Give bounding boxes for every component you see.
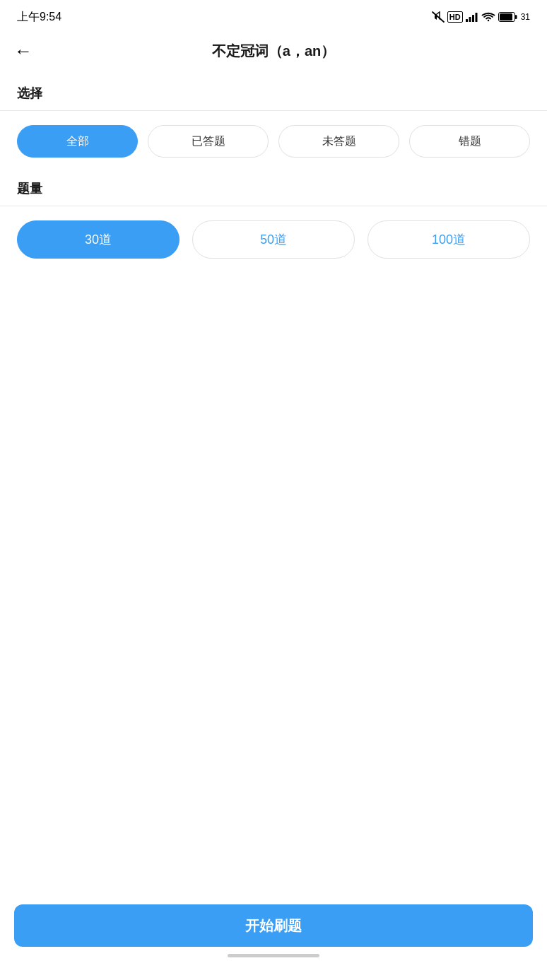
filter-btn-unanswered[interactable]: 未答题 — [278, 125, 399, 158]
count-btn-30[interactable]: 30道 — [17, 220, 180, 259]
back-button[interactable]: ← — [14, 42, 33, 60]
svg-rect-4 — [475, 13, 477, 22]
status-time: 上午9:54 — [17, 10, 61, 25]
svg-rect-3 — [472, 15, 474, 22]
page-title: 不定冠词（a，an） — [212, 42, 335, 61]
filter-row: 全部 已答题 未答题 错题 — [17, 125, 530, 158]
count-btn-50[interactable]: 50道 — [192, 220, 355, 259]
count-section: 题量 30道 50道 100道 — [17, 180, 530, 259]
filter-section: 选择 全部 已答题 未答题 错题 — [17, 85, 530, 158]
status-bar: 上午9:54 HD 31 — [0, 0, 547, 31]
count-divider — [0, 206, 547, 206]
filter-divider — [0, 110, 547, 111]
filter-section-label: 选择 — [17, 85, 530, 102]
nav-bar: ← 不定冠词（a，an） — [0, 31, 547, 71]
svg-rect-6 — [500, 13, 512, 20]
start-button[interactable]: 开始刷题 — [14, 904, 533, 947]
signal-icon — [466, 12, 478, 22]
svg-rect-7 — [514, 15, 517, 19]
svg-rect-2 — [469, 17, 471, 22]
bottom-bar: 开始刷题 — [0, 893, 547, 980]
battery-level: 31 — [521, 12, 530, 22]
mute-icon — [432, 11, 445, 23]
status-icons: HD 31 — [432, 11, 530, 23]
count-row: 30道 50道 100道 — [17, 220, 530, 259]
svg-rect-1 — [466, 19, 468, 22]
main-content: 选择 全部 已答题 未答题 错题 题量 30道 50道 — [0, 71, 547, 259]
filter-btn-answered[interactable]: 已答题 — [148, 125, 269, 158]
wifi-icon — [481, 12, 495, 23]
hd-badge: HD — [447, 11, 463, 23]
filter-btn-wrong[interactable]: 错题 — [409, 125, 530, 158]
battery-icon — [498, 12, 518, 22]
home-indicator — [228, 954, 319, 957]
count-btn-100[interactable]: 100道 — [367, 220, 530, 259]
filter-btn-all[interactable]: 全部 — [17, 125, 138, 158]
count-section-label: 题量 — [17, 180, 530, 197]
